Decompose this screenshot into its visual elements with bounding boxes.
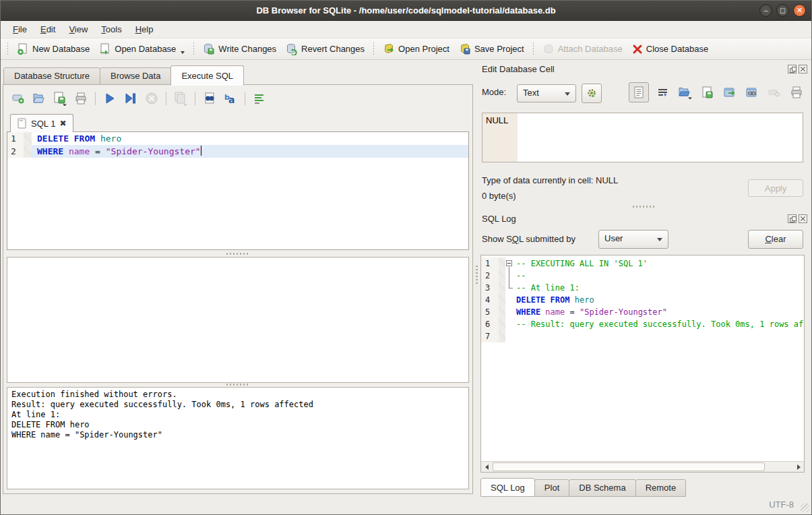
copy-link-icon[interactable] (744, 84, 760, 100)
toolbar-separator (532, 42, 534, 56)
menu-tools[interactable]: Tools (94, 22, 128, 37)
sql-log-viewer[interactable]: 1 -- EXECUTING ALL IN 'SQL 1' 2 -- 3 -- … (480, 255, 805, 473)
menu-view[interactable]: View (62, 22, 94, 37)
exec-log-line: DELETE FROM hero (11, 420, 464, 430)
open-project-button[interactable]: Open Project (378, 40, 454, 58)
open-database-dropdown-icon[interactable] (181, 51, 185, 54)
log-line: 2 -- (481, 270, 804, 282)
menu-help[interactable]: Help (129, 22, 160, 37)
dock-buttons (788, 65, 807, 73)
close-icon[interactable]: ✕ (793, 4, 806, 17)
text-mode-icon[interactable] (629, 82, 649, 102)
splitter-handle[interactable] (226, 384, 249, 386)
panel-splitter-handle[interactable] (476, 266, 478, 284)
tab-execute-sql[interactable]: Execute SQL (170, 65, 244, 86)
results-pane[interactable] (7, 257, 469, 383)
sql-editor[interactable]: 1 DELETE FROM hero 2 WHERE name = "Spide… (7, 131, 469, 250)
execute-sql-pane: ba SQL 1 ✖ 1 DELETE FROM hero (3, 84, 473, 494)
sql-log-filter-label: Show SQL submitted by (482, 234, 575, 244)
window-title: DB Browser for SQLite - /home/user/code/… (1, 1, 811, 21)
close-database-button[interactable]: Close Database (627, 41, 714, 57)
write-changes-button[interactable]: Write Changes (198, 40, 281, 58)
float-dock-icon[interactable] (788, 65, 797, 73)
find-replace-icon[interactable] (201, 90, 218, 107)
open-database-button[interactable]: Open Database (94, 40, 189, 58)
mode-label: Mode: (482, 87, 506, 97)
revert-changes-button[interactable]: Revert Changes (281, 40, 369, 58)
menu-bar: File Edit View Tools Help (1, 21, 811, 38)
open-sql-file-icon[interactable] (31, 90, 47, 107)
clear-log-button[interactable]: Clear (748, 230, 803, 249)
window-controls: – ◻ ✕ (759, 4, 806, 17)
attach-database-button: Attach Database (538, 40, 627, 58)
apply-format-button[interactable] (582, 84, 602, 103)
scrollbar-thumb[interactable] (493, 462, 765, 471)
resize-grip[interactable] (801, 504, 809, 512)
log-line: 4 DELETE FROM hero (481, 294, 804, 306)
open-in-external-icon[interactable] (722, 84, 738, 100)
line-number: 2 (7, 145, 24, 158)
save-project-icon (459, 43, 471, 55)
write-changes-icon (203, 43, 215, 55)
svg-text:a: a (228, 94, 235, 105)
marker-margin (24, 132, 32, 145)
auto-format-icon[interactable]: ba (222, 90, 239, 107)
toolbar-separator (245, 92, 245, 105)
splitter-handle[interactable] (226, 253, 249, 255)
text-cursor (201, 146, 201, 156)
sql-log-title: SQL Log (482, 214, 516, 224)
menu-file[interactable]: File (6, 22, 34, 37)
sql-file-tab[interactable]: SQL 1 ✖ (10, 114, 73, 132)
maximize-icon[interactable]: ◻ (776, 4, 789, 17)
encoding-indicator[interactable]: UTF-8 (769, 499, 794, 510)
minimize-icon[interactable]: – (759, 4, 772, 17)
cell-word-wrap-icon[interactable] (655, 84, 671, 100)
apply-button: Apply (748, 179, 803, 197)
float-dock-icon[interactable] (788, 214, 797, 223)
scroll-right-icon[interactable] (793, 462, 804, 472)
print-cell-icon[interactable] (788, 84, 805, 100)
mode-select[interactable]: Text (517, 84, 576, 102)
close-sql-tab-icon[interactable]: ✖ (59, 119, 66, 128)
tab-database-structure[interactable]: Database Structure (3, 67, 100, 85)
save-project-button[interactable]: Save Project (454, 40, 529, 58)
toolbar-separator (95, 92, 96, 105)
tab-browse-data[interactable]: Browse Data (100, 67, 171, 85)
right-panel: Edit Database Cell Mode: Text NULL Type … (475, 60, 812, 515)
scroll-left-icon[interactable] (481, 462, 492, 472)
sql-log-filter-select[interactable]: User (598, 230, 668, 249)
toolbar-separator (195, 92, 195, 105)
editor-line-current: 2 WHERE name = "Spider-Youngster" (7, 145, 468, 158)
import-cell-data-icon[interactable] (677, 84, 693, 100)
cell-type-info: Type of data currently in cell: NULL (482, 175, 618, 185)
word-wrap-icon[interactable] (251, 90, 268, 107)
new-sql-tab-icon[interactable] (10, 90, 26, 107)
close-dock-icon[interactable] (799, 65, 807, 73)
exec-log-line: At line 1: (11, 410, 464, 420)
new-database-button[interactable]: New Database (12, 40, 94, 58)
horizontal-scrollbar[interactable] (481, 461, 804, 472)
export-cell-data-icon[interactable] (699, 84, 716, 100)
menu-edit[interactable]: Edit (34, 22, 62, 37)
sql-file-tab-bar: SQL 1 ✖ (6, 112, 470, 131)
print-sql-icon[interactable] (73, 90, 89, 107)
cell-value-editor[interactable]: NULL (482, 113, 803, 162)
save-results-icon (173, 90, 189, 107)
save-sql-file-icon[interactable] (52, 90, 68, 107)
new-database-icon (17, 43, 29, 55)
sql-file-icon (18, 118, 27, 129)
sql-editor-toolbar: ba (10, 88, 268, 109)
main-tab-bar: Database Structure Browse Data Execute S… (3, 65, 243, 85)
close-dock-icon[interactable] (799, 214, 807, 223)
fold-collapse-icon[interactable] (505, 258, 516, 270)
execute-all-icon[interactable] (102, 90, 118, 107)
toolbar-separator (166, 92, 166, 105)
app-window: DB Browser for SQLite - /home/user/code/… (0, 0, 812, 515)
execute-current-line-icon[interactable] (123, 90, 139, 107)
gear-icon (582, 87, 601, 99)
splitter-handle[interactable] (633, 206, 656, 208)
cell-edit-area[interactable] (518, 113, 803, 162)
execution-message-pane[interactable]: Execution finished without errors.Result… (7, 387, 469, 489)
close-database-icon (632, 44, 643, 55)
toolbar-handle (7, 42, 9, 56)
